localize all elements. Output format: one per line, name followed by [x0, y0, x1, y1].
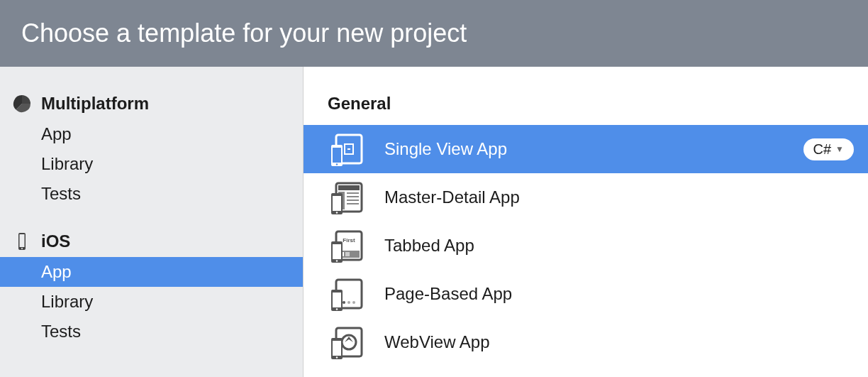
sidebar-item-label: Tests	[41, 184, 81, 203]
svg-point-8	[336, 163, 338, 165]
sidebar-category-multiplatform[interactable]: Multiplatform	[0, 88, 303, 119]
content-area: Multiplatform App Library Tests	[0, 67, 868, 377]
sidebar-item-ios-library[interactable]: Library	[0, 287, 303, 317]
master-detail-app-icon	[328, 179, 365, 216]
svg-point-33	[336, 308, 338, 310]
phone-icon	[13, 232, 31, 251]
template-webview-app[interactable]: WebView App	[304, 318, 868, 366]
language-selector[interactable]: C# ▼	[803, 138, 854, 160]
dialog-header: Choose a template for your new project	[0, 0, 868, 67]
webview-app-icon	[328, 324, 365, 361]
sidebar-item-label: App	[41, 262, 72, 281]
sidebar: Multiplatform App Library Tests	[0, 67, 304, 377]
svg-rect-23	[345, 252, 350, 256]
single-view-app-icon	[328, 131, 365, 168]
template-label: Master-Detail App	[384, 187, 854, 207]
svg-rect-17	[333, 196, 341, 211]
template-label: WebView App	[384, 332, 854, 352]
sidebar-item-label: Tests	[41, 322, 81, 341]
svg-text:First: First	[343, 237, 355, 244]
sidebar-group-multiplatform: Multiplatform App Library Tests	[0, 88, 303, 209]
sidebar-item-ios-app[interactable]: App	[0, 257, 303, 287]
sidebar-item-multiplatform-library[interactable]: Library	[0, 149, 303, 179]
template-label: Page-Based App	[384, 284, 854, 304]
sidebar-category-label: iOS	[41, 231, 70, 251]
template-single-view-app[interactable]: Single View App C# ▼	[304, 125, 868, 173]
svg-point-26	[336, 260, 338, 261]
template-page-based-app[interactable]: Page-Based App	[304, 270, 868, 318]
sidebar-item-ios-tests[interactable]: Tests	[0, 317, 303, 346]
svg-point-28	[343, 301, 345, 304]
dialog-title: Choose a template for your new project	[21, 18, 467, 48]
svg-point-29	[347, 301, 350, 304]
page-based-app-icon	[328, 275, 365, 312]
svg-rect-7	[333, 148, 341, 163]
svg-rect-32	[333, 293, 341, 307]
svg-rect-1	[20, 234, 25, 247]
sidebar-category-ios[interactable]: iOS	[0, 226, 303, 257]
section-title-general: General	[304, 88, 868, 125]
sidebar-item-label: Library	[41, 154, 93, 173]
template-tabbed-app[interactable]: First Tabbed App	[304, 222, 868, 270]
svg-rect-10	[338, 185, 360, 190]
svg-point-18	[336, 212, 338, 213]
sidebar-item-multiplatform-app[interactable]: App	[0, 119, 303, 149]
svg-rect-37	[333, 341, 341, 356]
template-master-detail-app[interactable]: Master-Detail App	[304, 173, 868, 222]
template-list-panel: General Single View App C# ▼	[304, 67, 868, 377]
template-label: Single View App	[384, 139, 784, 159]
sidebar-item-label: Library	[41, 292, 93, 311]
sidebar-group-ios: iOS App Library Tests	[0, 226, 303, 346]
sidebar-item-multiplatform-tests[interactable]: Tests	[0, 179, 303, 209]
language-label: C#	[813, 141, 832, 158]
template-label: Tabbed App	[384, 236, 854, 256]
sidebar-item-label: App	[41, 124, 72, 143]
svg-rect-25	[333, 244, 341, 259]
sidebar-category-label: Multiplatform	[41, 94, 149, 114]
chevron-down-icon: ▼	[835, 144, 844, 154]
svg-point-2	[21, 248, 23, 249]
svg-point-38	[336, 356, 338, 358]
multiplatform-icon	[13, 94, 31, 113]
tabbed-app-icon: First	[328, 227, 365, 264]
svg-point-30	[352, 301, 355, 304]
